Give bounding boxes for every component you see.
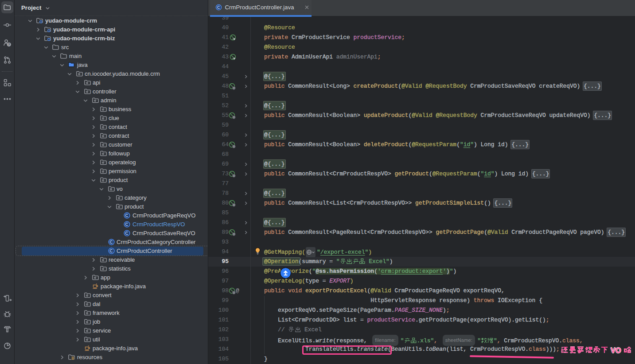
svg-text:?: ? [8, 43, 10, 46]
